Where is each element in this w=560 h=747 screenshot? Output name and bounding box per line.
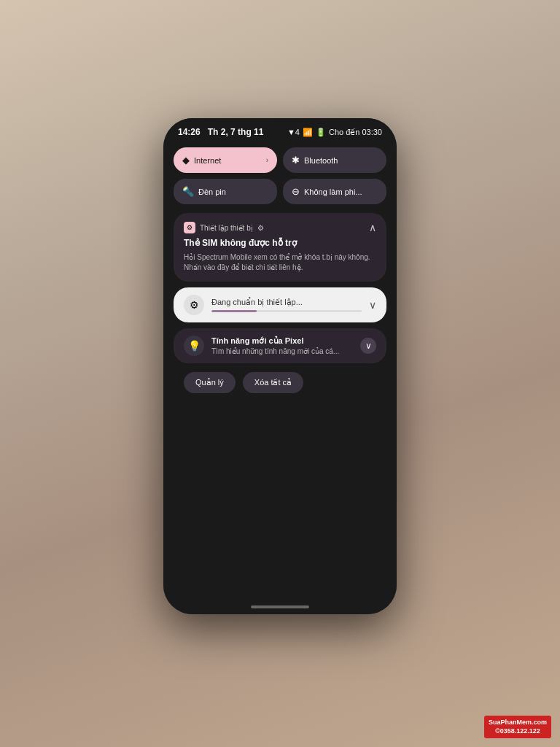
toggle-row-1: ◆ Internet › ✱ Bluetooth — [174, 147, 386, 173]
flashlight-toggle[interactable]: 🔦 Đèn pin — [174, 179, 277, 204]
notif-collapse-icon[interactable]: ∧ — [369, 222, 376, 233]
internet-label: Internet — [194, 156, 221, 165]
dnd-time: Cho đến 03:30 — [329, 128, 382, 137]
setup-chevron-icon[interactable]: ∨ — [369, 299, 376, 311]
wifi-icon: ▼4 — [287, 128, 300, 136]
clear-all-button[interactable]: Xóa tất cả — [243, 372, 303, 393]
dnd-toggle[interactable]: ⊖ Không làm phi... — [283, 179, 386, 204]
notif-header: ⚙ Thiết lập thiết bị ⚙ ∧ — [184, 222, 376, 233]
setup-progress-fill — [211, 310, 257, 312]
notif-app-name: Thiết lập thiết bị — [200, 224, 253, 232]
pixel-chevron-icon[interactable]: ∨ — [360, 338, 376, 354]
notif-app-row: ⚙ Thiết lập thiết bị ⚙ — [184, 222, 264, 233]
status-bar: 14:26 Th 2, 7 thg 11 ▼4 📶 🔋 Cho đến 03:3… — [163, 118, 397, 142]
pixel-body: Tìm hiểu những tính năng mới của cá... — [211, 347, 353, 355]
setup-content: Đang chuẩn bị thiết lập... — [211, 298, 362, 312]
pixel-content: Tính năng mới của Pixel Tìm hiểu những t… — [211, 336, 353, 355]
bluetooth-label: Bluetooth — [304, 156, 338, 165]
flashlight-label: Đèn pin — [198, 187, 226, 196]
phone-frame: 14:26 Th 2, 7 thg 11 ▼4 📶 🔋 Cho đến 03:3… — [163, 118, 397, 614]
setup-card[interactable]: ⚙ Đang chuẩn bị thiết lập... ∨ — [174, 287, 386, 322]
toggle-row-2: 🔦 Đèn pin ⊖ Không làm phi... — [174, 179, 386, 204]
settings-icon: ⚙ — [187, 224, 192, 231]
dnd-label: Không làm phi... — [304, 187, 362, 196]
notif-gear-icon: ⚙ — [257, 224, 264, 232]
bluetooth-icon: ✱ — [292, 155, 300, 166]
bluetooth-toggle[interactable]: ✱ Bluetooth — [283, 147, 386, 173]
setup-icon: ⚙ — [184, 295, 204, 315]
home-bar — [251, 605, 309, 608]
setup-progress-bar-container — [211, 310, 362, 312]
flashlight-icon: 🔦 — [182, 186, 194, 197]
notif-app-icon: ⚙ — [184, 222, 195, 233]
internet-arrow: › — [266, 156, 268, 164]
internet-toggle[interactable]: ◆ Internet › — [174, 147, 277, 173]
bottom-buttons-row: Quản lý Xóa tất cả — [174, 372, 386, 393]
signal-icon: 📶 — [303, 128, 313, 137]
setup-text: Đang chuẩn bị thiết lập... — [211, 298, 362, 307]
watermark-line2: ©0358.122.122 — [489, 727, 547, 736]
battery-icon: 🔋 — [316, 128, 326, 137]
phone-screen: 14:26 Th 2, 7 thg 11 ▼4 📶 🔋 Cho đến 03:3… — [163, 118, 397, 614]
watermark-line1: SuaPhanMem.com — [489, 718, 547, 727]
sim-notif-body: Hỏi Spectrum Mobile xem có thể mở khóa t… — [184, 252, 376, 273]
wifi-toggle-icon: ◆ — [182, 155, 190, 166]
pixel-lightbulb-icon: 💡 — [184, 336, 204, 356]
quick-settings-panel: ◆ Internet › ✱ Bluetooth 🔦 Đèn pin ⊖ Khô… — [163, 142, 397, 400]
manage-button[interactable]: Quản lý — [184, 372, 236, 393]
pixel-title: Tính năng mới của Pixel — [211, 336, 353, 346]
dnd-icon: ⊖ — [292, 186, 300, 197]
status-icons: ▼4 📶 🔋 Cho đến 03:30 — [287, 128, 382, 137]
status-time: 14:26 Th 2, 7 thg 11 — [178, 127, 263, 137]
watermark: SuaPhanMem.com ©0358.122.122 — [484, 716, 551, 738]
sim-notif-title: Thẻ SIM không được hỗ trợ — [184, 238, 376, 249]
pixel-features-card[interactable]: 💡 Tính năng mới của Pixel Tìm hiểu những… — [174, 328, 386, 363]
sim-notification-card[interactable]: ⚙ Thiết lập thiết bị ⚙ ∧ Thẻ SIM không đ… — [174, 213, 386, 282]
